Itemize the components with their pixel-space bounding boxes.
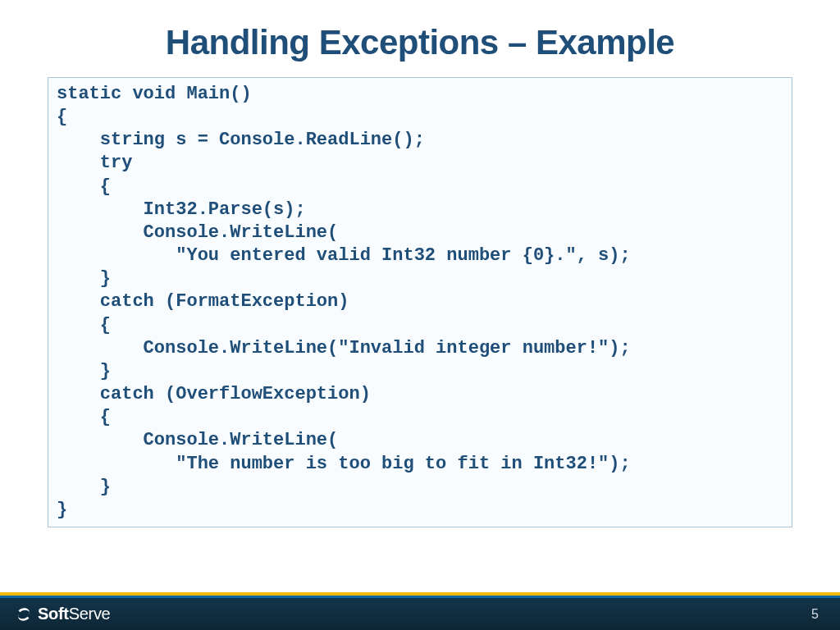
brand-bold: Soft <box>38 605 69 623</box>
brand-logo: SoftServe <box>15 605 110 623</box>
slide: Handling Exceptions – Example static voi… <box>0 0 840 630</box>
footer-bar: SoftServe 5 <box>0 598 840 630</box>
slide-title: Handling Exceptions – Example <box>0 0 840 77</box>
code-block: static void Main() { string s = Console.… <box>48 77 792 527</box>
brand-light: Serve <box>69 605 111 623</box>
swirl-icon <box>15 605 33 623</box>
footer: SoftServe 5 <box>0 592 840 630</box>
brand-name: SoftServe <box>38 605 110 623</box>
page-number: 5 <box>811 607 819 622</box>
